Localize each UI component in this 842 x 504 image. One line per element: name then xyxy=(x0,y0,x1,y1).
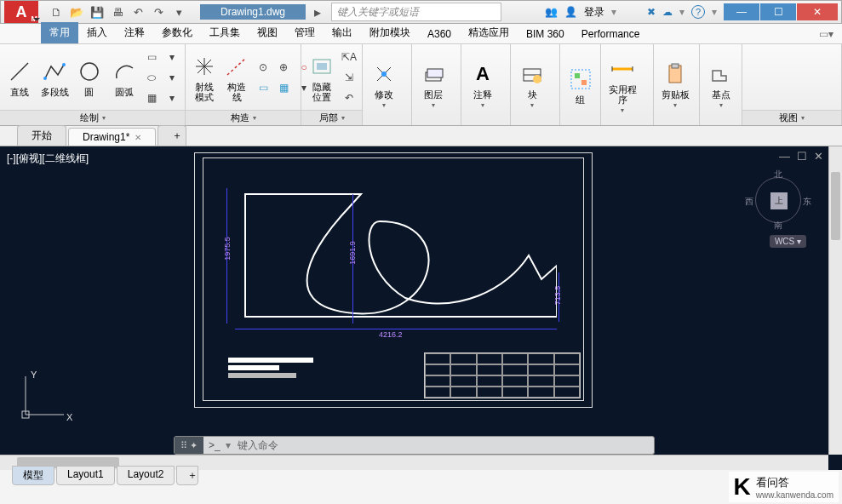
tab-toolset[interactable]: 工具集 xyxy=(201,22,249,43)
svg-rect-21 xyxy=(581,80,587,85)
panel-draw-label[interactable]: 绘制 xyxy=(0,110,185,125)
viewport-label[interactable]: [-][俯视][二维线框] xyxy=(7,152,89,166)
layout-tab-1[interactable]: Layout1 xyxy=(56,466,115,485)
dropdown-icon[interactable]: ▾ xyxy=(163,68,181,87)
scrollbar-vertical[interactable] xyxy=(828,146,842,455)
vp-close-icon[interactable]: ✕ xyxy=(814,150,823,163)
panel-local-label[interactable]: 局部 xyxy=(301,110,362,125)
file-tab-start[interactable]: 开始 xyxy=(17,125,66,146)
arc-button[interactable]: 圆弧 xyxy=(107,56,140,99)
infocenter-icon[interactable]: 👥 xyxy=(545,6,558,18)
svg-rect-26 xyxy=(672,64,679,68)
saveas-icon[interactable]: 🖶 xyxy=(108,3,127,21)
titlebar: AM 🗋 📂 💾 🖶 ↶ ↷ ▾ Drawing1.dwg ▸ 键入关键字或短语… xyxy=(0,0,842,24)
close-icon[interactable]: ✕ xyxy=(135,133,141,142)
command-line[interactable]: ⠿ ✦ >_ ▾ 键入命令 xyxy=(174,436,655,455)
layout-tab-add[interactable]: ＋ xyxy=(176,466,198,485)
tab-a360[interactable]: A360 xyxy=(419,25,460,43)
ellipse-icon[interactable]: ⬭ xyxy=(142,68,161,87)
expand-icon[interactable]: ⇱A xyxy=(340,48,358,66)
watermark-url: www.kanwenda.com xyxy=(756,490,833,500)
undo2-icon[interactable]: ↶ xyxy=(340,89,358,107)
app-logo[interactable]: AM xyxy=(4,1,38,23)
viewcube-top[interactable]: 上 xyxy=(770,192,788,209)
tab-view[interactable]: 视图 xyxy=(249,22,286,43)
layout-tab-2[interactable]: Layout2 xyxy=(117,466,175,485)
tab-output[interactable]: 输出 xyxy=(324,22,361,43)
modify-button[interactable]: 修改▾ xyxy=(366,59,402,111)
constline-button[interactable]: 构造 线 xyxy=(221,51,252,104)
tab-performance[interactable]: Performance xyxy=(573,25,649,43)
maximize-button[interactable]: ☐ xyxy=(760,3,796,20)
polyline-button[interactable]: 多段线 xyxy=(38,56,72,99)
dropdown-icon[interactable]: ▾ xyxy=(163,89,181,107)
cross-icon[interactable]: ▦ xyxy=(274,78,293,97)
tab-insert[interactable]: 插入 xyxy=(78,22,116,43)
circle-button[interactable]: 圆 xyxy=(73,56,106,99)
basepoint-button[interactable]: 基点▾ xyxy=(703,59,738,111)
signin-label[interactable]: 登录 xyxy=(584,5,604,20)
layers-button[interactable]: 图层▾ xyxy=(415,59,451,111)
viewcube[interactable]: 北 东 南 西 上 xyxy=(748,170,808,230)
a360-icon[interactable]: ☁ xyxy=(662,6,673,18)
hatch-icon[interactable]: ▦ xyxy=(142,89,161,107)
utils-button[interactable]: 实用程序▾ xyxy=(604,54,640,116)
ray-button[interactable]: 射线 模式 xyxy=(189,51,220,104)
file-tab-drawing1[interactable]: Drawing1*✕ xyxy=(68,128,156,146)
redo-icon[interactable]: ↷ xyxy=(149,3,168,21)
group-button[interactable]: 组 xyxy=(564,64,597,106)
dropdown-icon[interactable]: ▾ xyxy=(163,48,181,66)
panel-annotate: A注释▾ xyxy=(461,44,511,125)
svg-rect-19 xyxy=(571,70,590,89)
panel-block: 块▾ xyxy=(511,44,560,125)
panel-layers: 图层▾ xyxy=(412,44,461,125)
ribbon-minimize-icon[interactable]: ▭▾ xyxy=(810,25,842,43)
close-button[interactable]: ✕ xyxy=(797,3,838,20)
qat-dropdown-icon[interactable]: ▾ xyxy=(169,3,188,21)
clipboard-button[interactable]: 剪贴板▾ xyxy=(657,59,693,111)
draw-mini-tools: ▭ ▾ ⬭ ▾ ▦ ▾ xyxy=(142,48,181,107)
drawing-canvas[interactable]: [-][俯视][二维线框] — ☐ ✕ 1975.5 1691.9 713.5 … xyxy=(0,146,842,470)
tab-home[interactable]: 常用 xyxy=(41,22,78,43)
tab-addins[interactable]: 附加模块 xyxy=(361,22,419,43)
panel-modify: 修改▾ xyxy=(363,44,412,125)
tab-parametric[interactable]: 参数化 xyxy=(153,22,201,43)
shrink-icon[interactable]: ⇲ xyxy=(340,68,358,87)
dim-right: 713.5 xyxy=(553,286,562,306)
exchange-icon[interactable]: ✖ xyxy=(647,6,656,18)
tab-bim360[interactable]: BIM 360 xyxy=(518,25,573,43)
vp-minimize-icon[interactable]: — xyxy=(779,150,790,163)
save-icon[interactable]: 💾 xyxy=(88,3,106,21)
tab-annotate[interactable]: 注释 xyxy=(116,22,153,43)
annotate-button[interactable]: A注释▾ xyxy=(465,59,501,111)
panel-basepoint: 基点▾ xyxy=(700,44,742,125)
file-tab-add[interactable]: ＋ xyxy=(158,125,186,146)
centerline-icon[interactable]: ⊕ xyxy=(274,58,293,77)
search-input[interactable]: 键入关键字或短语 xyxy=(331,3,501,21)
layout-tab-model[interactable]: 模型 xyxy=(12,466,54,485)
wcs-badge[interactable]: WCS ▾ xyxy=(770,235,806,248)
hide-button[interactable]: 隐藏 位置 xyxy=(305,51,338,104)
line-button[interactable]: 直线 xyxy=(3,56,37,99)
tab-featured[interactable]: 精选应用 xyxy=(460,22,518,43)
block-button[interactable]: 块▾ xyxy=(514,59,550,111)
open-icon[interactable]: 📂 xyxy=(67,3,86,21)
tab-manage[interactable]: 管理 xyxy=(286,22,324,43)
vp-maximize-icon[interactable]: ☐ xyxy=(797,150,807,163)
rect2-icon[interactable]: ▭ xyxy=(254,78,272,97)
ucs-icon: Y X xyxy=(17,368,77,429)
ribbon: 直线 多段线 圆 圆弧 ▭ ▾ ⬭ ▾ ▦ ▾ 绘制 射线 模式 构造 线 ⊙ … xyxy=(0,44,842,126)
proj-icon[interactable]: ⊙ xyxy=(254,58,272,77)
undo-icon[interactable]: ↶ xyxy=(129,3,147,21)
minimize-button[interactable]: — xyxy=(724,3,759,20)
panel-view-label[interactable]: 视图 xyxy=(742,110,841,125)
cmd-handle[interactable]: ⠿ ✦ xyxy=(175,437,203,454)
signin-icon[interactable]: 👤 xyxy=(564,6,577,18)
help-icon[interactable]: ? xyxy=(691,5,705,19)
new-icon[interactable]: 🗋 xyxy=(47,3,66,21)
svg-rect-15 xyxy=(427,69,443,77)
doc-title: Drawing1.dwg xyxy=(200,4,306,20)
panel-construct-label[interactable]: 构造 xyxy=(186,110,301,125)
svg-point-2 xyxy=(62,63,66,66)
rect-icon[interactable]: ▭ xyxy=(142,48,161,66)
